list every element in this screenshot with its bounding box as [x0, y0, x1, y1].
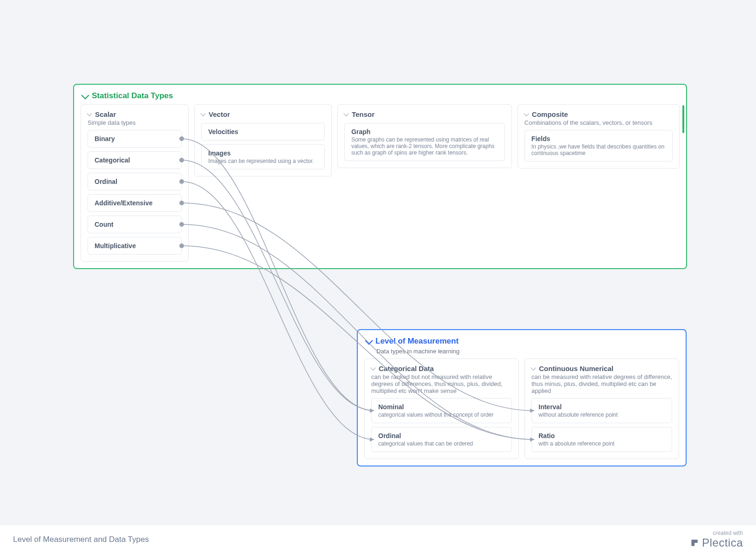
pill-sub: categorical values that can be ordered — [378, 440, 505, 447]
panel-title: Statistical Data Types — [92, 91, 173, 101]
pill-graph[interactable]: Graph Some graphs can be represented usi… — [344, 123, 505, 161]
card-title: Categorical Data — [379, 365, 434, 372]
chevron-down-icon — [365, 337, 373, 345]
panel-title: Level of Measurement — [375, 337, 459, 346]
diagram-canvas[interactable]: Statistical Data Types Scalar Simple dat… — [0, 0, 756, 554]
chevron-down-icon — [343, 111, 348, 116]
pill-label: Nominal — [378, 403, 404, 411]
card-title: Vector — [209, 110, 230, 118]
pill-categorical[interactable]: Categorical — [88, 151, 182, 169]
pill-nominal[interactable]: Nominal categorical values without the c… — [371, 398, 512, 423]
card-vector[interactable]: Vector Velocities Images Images can be r… — [194, 104, 332, 176]
scroll-indicator[interactable] — [682, 105, 684, 133]
pill-interval[interactable]: Interval without absolute reference poin… — [531, 398, 672, 423]
panel-level-of-measurement[interactable]: Level of Measurement Data types in machi… — [358, 330, 686, 466]
footer-created-with: created with — [690, 530, 743, 536]
pill-sub: with a absolute reference point — [538, 440, 665, 447]
pill-images[interactable]: Images Images can be represented using a… — [201, 144, 325, 169]
pill-multiplicative[interactable]: Multiplicative — [88, 237, 182, 255]
card-tensor[interactable]: Tensor Graph Some graphs can be represen… — [337, 104, 512, 168]
card-title: Tensor — [352, 110, 375, 118]
card-continuous-numerical[interactable]: Continuous Numerical can be measured wit… — [524, 358, 679, 459]
connector-dot — [179, 243, 184, 248]
panel-statistical-data-types[interactable]: Statistical Data Types Scalar Simple dat… — [74, 85, 686, 268]
card-subtitle: Simple data types — [88, 119, 182, 126]
document-title: Level of Measurement and Data Types — [13, 535, 149, 544]
chevron-down-icon — [370, 365, 375, 370]
connector-dot — [179, 179, 184, 184]
connection-lines — [0, 0, 756, 554]
pill-sub: without absolute reference point — [538, 412, 665, 418]
pill-sub: In physics ,we have fields that describe… — [531, 143, 666, 156]
pill-sub: categorical values without the concept o… — [378, 412, 505, 418]
pill-ratio[interactable]: Ratio with a absolute reference point — [531, 427, 672, 452]
footer-bar: Level of Measurement and Data Types crea… — [0, 525, 756, 554]
pill-label: Images — [208, 149, 231, 157]
pill-fields[interactable]: Fields In physics ,we have fields that d… — [524, 130, 673, 162]
pill-label: Multiplicative — [95, 242, 136, 250]
connector-dot — [179, 136, 184, 141]
pill-sub: Images can be represented using a vector… — [208, 158, 318, 164]
pill-additive-extensive[interactable]: Additive/Extensive — [88, 194, 182, 212]
pill-label: Binary — [95, 135, 115, 142]
card-composite[interactable]: Composite Combinations of the scalars, v… — [518, 104, 680, 169]
chevron-down-icon — [531, 365, 536, 370]
pill-velocities[interactable]: Velocities — [201, 123, 325, 141]
card-title: Composite — [532, 110, 568, 118]
plectica-logo-icon — [690, 538, 699, 547]
pill-binary[interactable]: Binary — [88, 130, 182, 148]
card-scalar[interactable]: Scalar Simple data types Binary Categori… — [81, 104, 189, 262]
pill-label: Fields — [531, 135, 550, 142]
pill-sub: Some graphs can be represented using mat… — [351, 136, 498, 156]
pill-label: Ordinal — [95, 178, 117, 185]
pill-label: Additive/Extensive — [95, 199, 153, 207]
brand-label: Plectica — [690, 536, 743, 549]
card-subtitle: can be ranked but not measured with rela… — [371, 373, 512, 394]
pill-label: Interval — [538, 403, 562, 411]
panel-subtitle: Data types in machine learning — [358, 348, 686, 358]
pill-label: Categorical — [95, 156, 130, 164]
pill-count[interactable]: Count — [88, 216, 182, 233]
card-title: Scalar — [95, 110, 116, 118]
chevron-down-icon — [200, 111, 205, 116]
card-title: Continuous Numerical — [539, 365, 613, 372]
pill-label: Ordinal — [378, 432, 401, 439]
card-subtitle: can be measured with relative degrees of… — [531, 373, 672, 394]
pill-ordinal[interactable]: Ordinal — [88, 173, 182, 190]
card-subtitle: Combinations of the scalars, vectors, or… — [524, 119, 673, 126]
connector-dot — [179, 201, 184, 205]
chevron-down-icon — [82, 91, 89, 99]
chevron-down-icon — [87, 111, 92, 116]
pill-ordinal-lom[interactable]: Ordinal categorical values that can be o… — [371, 427, 512, 452]
chevron-down-icon — [524, 111, 529, 116]
connector-dot — [179, 158, 184, 162]
connector-dot — [179, 222, 184, 227]
pill-label: Velocities — [208, 128, 238, 135]
pill-label: Ratio — [538, 432, 555, 439]
card-categorical-data[interactable]: Categorical Data can be ranked but not m… — [364, 358, 519, 459]
pill-label: Graph — [351, 128, 370, 135]
pill-label: Count — [95, 221, 113, 228]
